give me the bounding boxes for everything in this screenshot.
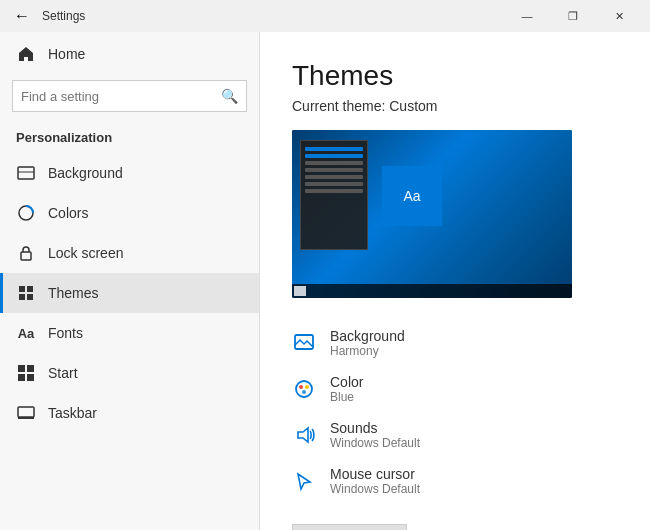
preview-bar-4	[305, 168, 363, 172]
setting-text-color: Color Blue	[330, 374, 363, 404]
color-setting-label: Color	[330, 374, 363, 390]
preview-bar-3	[305, 161, 363, 165]
sidebar-item-taskbar[interactable]: Taskbar	[0, 393, 259, 433]
preview-bar-1	[305, 147, 363, 151]
sidebar-label-colors: Colors	[48, 205, 88, 221]
close-button[interactable]: ✕	[596, 0, 642, 32]
svg-rect-10	[18, 374, 25, 381]
svg-point-15	[296, 381, 312, 397]
minimize-button[interactable]: —	[504, 0, 550, 32]
save-theme-button[interactable]: Save theme	[292, 524, 407, 530]
sidebar-item-background[interactable]: Background	[0, 153, 259, 193]
svg-rect-0	[18, 167, 34, 179]
sidebar-label-taskbar: Taskbar	[48, 405, 97, 421]
sidebar-item-home[interactable]: Home	[0, 32, 259, 76]
sidebar-label-themes: Themes	[48, 285, 99, 301]
sidebar-item-colors[interactable]: Colors	[0, 193, 259, 233]
sidebar-item-themes[interactable]: Themes	[0, 273, 259, 313]
sidebar-item-start[interactable]: Start	[0, 353, 259, 393]
svg-rect-13	[18, 417, 34, 419]
svg-point-17	[305, 385, 309, 389]
preview-bar-5	[305, 175, 363, 179]
setting-text-mousecursor: Mouse cursor Windows Default	[330, 466, 420, 496]
app-body: Home 🔍 Personalization Background Colors	[0, 32, 650, 530]
setting-text-sounds: Sounds Windows Default	[330, 420, 420, 450]
preview-taskbar	[292, 284, 572, 298]
preview-window-panel	[300, 140, 368, 250]
theme-preview: Aa	[292, 130, 572, 298]
svg-rect-3	[21, 252, 31, 260]
svg-rect-5	[27, 286, 33, 292]
background-setting-label: Background	[330, 328, 405, 344]
sounds-setting-value: Windows Default	[330, 436, 420, 450]
svg-rect-7	[27, 294, 33, 300]
page-title: Themes	[292, 60, 618, 92]
lockscreen-icon	[16, 243, 36, 263]
preview-bar-2	[305, 154, 363, 158]
svg-rect-4	[19, 286, 25, 292]
sounds-setting-label: Sounds	[330, 420, 420, 436]
mousecursor-setting-icon	[292, 469, 316, 493]
preview-bar-6	[305, 182, 363, 186]
svg-marker-19	[298, 428, 308, 442]
svg-point-16	[299, 385, 303, 389]
svg-rect-12	[18, 407, 34, 417]
background-setting-value: Harmony	[330, 344, 405, 358]
sidebar-section-label: Personalization	[0, 124, 259, 153]
taskbar-icon	[16, 403, 36, 423]
sidebar-label-lockscreen: Lock screen	[48, 245, 123, 261]
window-controls: — ❐ ✕	[504, 0, 642, 32]
svg-rect-6	[19, 294, 25, 300]
title-bar: ← Settings — ❐ ✕	[0, 0, 650, 32]
search-input[interactable]	[21, 89, 215, 104]
preview-bars	[301, 141, 367, 202]
sidebar-label-fonts: Fonts	[48, 325, 83, 341]
current-theme-label: Current theme: Custom	[292, 98, 618, 114]
sidebar: Home 🔍 Personalization Background Colors	[0, 32, 260, 530]
color-setting-value: Blue	[330, 390, 363, 404]
colors-icon	[16, 203, 36, 223]
setting-row-sounds[interactable]: Sounds Windows Default	[292, 412, 618, 458]
sidebar-item-lockscreen[interactable]: Lock screen	[0, 233, 259, 273]
preview-start-button	[294, 286, 306, 296]
preview-bar-7	[305, 189, 363, 193]
setting-text-background: Background Harmony	[330, 328, 405, 358]
svg-rect-11	[27, 374, 34, 381]
svg-point-18	[302, 390, 306, 394]
setting-row-mousecursor[interactable]: Mouse cursor Windows Default	[292, 458, 618, 504]
preview-tile-aa: Aa	[382, 166, 442, 226]
start-icon	[16, 363, 36, 383]
search-box[interactable]: 🔍	[12, 80, 247, 112]
app-title: Settings	[36, 9, 504, 23]
setting-row-color[interactable]: Color Blue	[292, 366, 618, 412]
sidebar-label-start: Start	[48, 365, 78, 381]
restore-button[interactable]: ❐	[550, 0, 596, 32]
background-icon	[16, 163, 36, 183]
svg-rect-9	[27, 365, 34, 372]
fonts-icon: Aa	[16, 323, 36, 343]
sounds-setting-icon	[292, 423, 316, 447]
themes-icon	[16, 283, 36, 303]
color-setting-icon	[292, 377, 316, 401]
setting-row-background[interactable]: Background Harmony	[292, 320, 618, 366]
background-setting-icon	[292, 331, 316, 355]
mousecursor-setting-label: Mouse cursor	[330, 466, 420, 482]
home-label: Home	[48, 46, 85, 62]
back-button[interactable]: ←	[8, 2, 36, 30]
mousecursor-setting-value: Windows Default	[330, 482, 420, 496]
back-icon: ←	[14, 7, 30, 25]
sidebar-label-background: Background	[48, 165, 123, 181]
search-icon: 🔍	[221, 88, 238, 104]
sidebar-item-fonts[interactable]: Aa Fonts	[0, 313, 259, 353]
home-icon	[16, 44, 36, 64]
svg-rect-8	[18, 365, 25, 372]
preview-desktop: Aa	[292, 130, 572, 298]
content-area: Themes Current theme: Custom	[260, 32, 650, 530]
theme-settings: Background Harmony Color Blue	[292, 320, 618, 504]
